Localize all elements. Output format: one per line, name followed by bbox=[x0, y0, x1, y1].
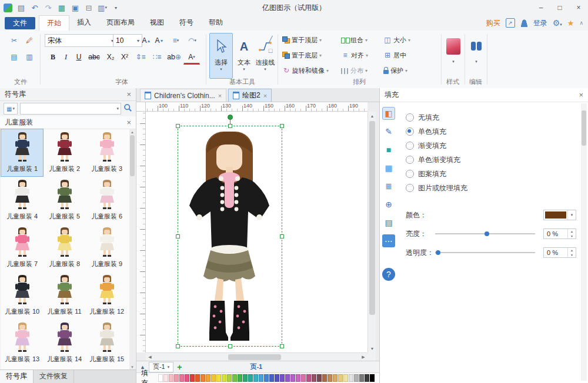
dropdown-arrow[interactable]: ▾ bbox=[567, 210, 576, 220]
palette-swatch[interactable] bbox=[354, 374, 359, 382]
search-icon[interactable] bbox=[123, 103, 132, 114]
palette-swatch[interactable] bbox=[301, 374, 306, 382]
translate-button[interactable]: ab⊕ bbox=[166, 51, 182, 63]
style-button[interactable]: ▾ bbox=[443, 33, 463, 79]
library-item[interactable]: 儿童服装 11 bbox=[44, 272, 85, 319]
tab-file-recovery[interactable]: 文件恢复 bbox=[34, 370, 74, 383]
palette-swatch[interactable] bbox=[365, 374, 369, 382]
maximize-button[interactable]: □ bbox=[550, 0, 569, 15]
vertical-scrollbar[interactable]: ▲ ▼ bbox=[368, 112, 376, 352]
comment-icon[interactable]: ⋯ bbox=[382, 234, 395, 247]
library-scrollbar[interactable]: ▲ ▼ bbox=[129, 129, 135, 370]
paste-icon[interactable]: ▤ bbox=[7, 51, 21, 63]
ribbon-tab[interactable]: 视图 bbox=[142, 15, 172, 31]
align-button[interactable]: ≡对齐▾ bbox=[341, 49, 368, 61]
resize-handle-ne[interactable] bbox=[280, 124, 284, 128]
page-setup-icon[interactable]: ≣ bbox=[382, 180, 395, 193]
document-tab-active[interactable]: 绘图2 × bbox=[228, 89, 272, 102]
library-item[interactable]: 儿童服装 9 bbox=[86, 224, 128, 271]
palette-swatch[interactable] bbox=[190, 374, 195, 382]
fill-option[interactable]: 图片或纹理填充 bbox=[406, 181, 467, 195]
rotate-flip-button[interactable]: ↻旋转和镜像▾ bbox=[282, 65, 329, 76]
palette-swatch[interactable] bbox=[349, 374, 353, 382]
rotation-handle[interactable] bbox=[228, 115, 233, 120]
palette-swatch[interactable] bbox=[333, 374, 338, 382]
fill-color-picker[interactable]: ▾ bbox=[543, 210, 576, 220]
palette-swatch[interactable] bbox=[169, 374, 173, 382]
subscript-button[interactable]: X₂ bbox=[103, 51, 118, 63]
panel-scrollbar[interactable] bbox=[581, 103, 587, 381]
library-item[interactable]: 儿童服装 15 bbox=[86, 320, 128, 367]
italic-button[interactable]: I bbox=[60, 51, 72, 63]
close-panel-icon[interactable]: × bbox=[579, 91, 583, 99]
protect-button[interactable]: 保护▾ bbox=[383, 65, 407, 76]
quick-style-icon[interactable]: ■ bbox=[382, 143, 395, 156]
palette-swatch[interactable] bbox=[338, 374, 343, 382]
library-item[interactable]: 儿童服装 1 bbox=[1, 129, 43, 176]
palette-swatch[interactable] bbox=[370, 374, 375, 382]
select-tool-button[interactable]: 选择 ▾ bbox=[209, 33, 233, 79]
shrink-font-button[interactable]: A▼ bbox=[153, 34, 166, 47]
palette-swatch[interactable] bbox=[174, 374, 179, 382]
library-item[interactable]: 儿童服装 3 bbox=[86, 129, 128, 176]
scrollbar-thumb[interactable] bbox=[228, 354, 281, 360]
buy-link[interactable]: 购买 bbox=[486, 18, 500, 28]
text-tool-button[interactable]: A 文本 ▾ bbox=[234, 33, 254, 79]
superscript-button[interactable]: X² bbox=[118, 51, 132, 63]
library-item[interactable]: 儿童服装 14 bbox=[44, 320, 85, 367]
scrollbar-thumb[interactable] bbox=[582, 110, 586, 146]
resize-handle-n[interactable] bbox=[228, 124, 232, 128]
picture-icon[interactable]: ▦ bbox=[382, 162, 395, 174]
account-icon[interactable] bbox=[520, 19, 528, 27]
palette-swatch[interactable] bbox=[280, 374, 285, 382]
palette-swatch[interactable] bbox=[285, 374, 290, 382]
palette-swatch[interactable] bbox=[195, 374, 200, 382]
distribute-button[interactable]: 分布▾ bbox=[341, 65, 368, 76]
strikethrough-button[interactable]: abc bbox=[86, 51, 102, 63]
palette-swatch[interactable] bbox=[312, 374, 316, 382]
library-item[interactable]: 儿童服装 5 bbox=[44, 177, 85, 224]
palette-swatch[interactable] bbox=[290, 374, 295, 382]
close-panel-icon[interactable]: × bbox=[126, 90, 131, 98]
library-item[interactable]: 儿童服装 7 bbox=[1, 224, 43, 271]
align-text-button[interactable]: ≡▾ bbox=[168, 34, 183, 47]
line-shape-icon[interactable]: ╱ bbox=[266, 35, 275, 43]
cut-icon[interactable]: ✂ bbox=[7, 34, 21, 47]
add-page-button[interactable]: + bbox=[177, 362, 182, 372]
font-size-select[interactable]: 10▾ bbox=[113, 34, 142, 47]
selected-shape-girl[interactable] bbox=[180, 128, 279, 347]
collapse-ribbon-icon[interactable]: ∧ bbox=[579, 20, 583, 26]
document-tab[interactable]: Children's Clothin... × bbox=[140, 89, 226, 102]
scroll-up-arrow[interactable]: ▲ bbox=[368, 112, 376, 120]
scrollbar-thumb[interactable] bbox=[130, 135, 135, 176]
slider-thumb[interactable] bbox=[436, 250, 440, 255]
ribbon-tab[interactable]: 帮助 bbox=[201, 15, 230, 31]
resize-handle-e[interactable] bbox=[280, 234, 284, 238]
settings-gear-icon[interactable]: ⚙▾ bbox=[553, 18, 562, 28]
palette-swatch[interactable] bbox=[306, 374, 311, 382]
ribbon-tab[interactable]: 开始 bbox=[39, 15, 69, 31]
library-item[interactable]: 儿童服装 10 bbox=[1, 272, 43, 319]
palette-swatch[interactable] bbox=[238, 374, 242, 382]
brightness-slider[interactable] bbox=[435, 233, 535, 234]
library-item[interactable]: 儿童服装 4 bbox=[1, 177, 43, 224]
fill-option[interactable]: 无填充 bbox=[406, 110, 467, 125]
font-color-button[interactable]: A▾ bbox=[183, 51, 200, 65]
library-item[interactable]: 儿童服装 13 bbox=[1, 320, 43, 367]
format-painter-icon[interactable]: 🖉 bbox=[22, 34, 36, 47]
library-item[interactable]: 儿童服装 8 bbox=[44, 224, 85, 271]
search-input[interactable] bbox=[22, 105, 116, 113]
palette-swatch[interactable] bbox=[206, 374, 211, 382]
line-tool-icon[interactable]: ✎ bbox=[382, 125, 395, 138]
library-search-combo[interactable]: ▾ bbox=[20, 103, 121, 115]
tab-symbol-library[interactable]: 符号库 bbox=[0, 370, 34, 383]
palette-swatch[interactable] bbox=[259, 374, 263, 382]
send-to-back-button[interactable]: 置于底层▾ bbox=[282, 49, 322, 61]
opacity-value-box[interactable]: 0 % ▲▼ bbox=[543, 247, 576, 258]
ribbon-tab[interactable]: 页面布局 bbox=[99, 15, 142, 31]
palette-swatch[interactable] bbox=[275, 374, 279, 382]
close-tab-icon[interactable]: × bbox=[263, 92, 267, 99]
line-spacing-button[interactable]: ⇕≡ bbox=[133, 51, 148, 63]
minimize-button[interactable]: – bbox=[532, 0, 550, 15]
text-arc-button[interactable]: ◠▾ bbox=[185, 34, 200, 47]
